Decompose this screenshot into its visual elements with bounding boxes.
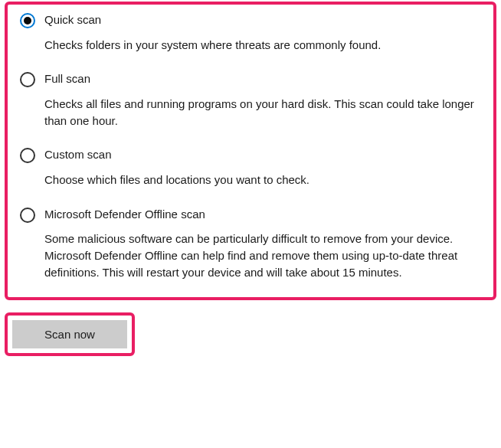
radio-offline-scan[interactable] (20, 208, 35, 223)
option-title-offline: Microsoft Defender Offline scan (44, 207, 481, 222)
option-desc-full: Checks all files and running programs on… (44, 96, 481, 129)
option-title-custom: Custom scan (44, 147, 481, 162)
radio-quick-scan[interactable] (20, 13, 35, 28)
option-desc-quick: Checks folders in your system where thre… (44, 37, 481, 54)
radio-circle-icon (20, 13, 35, 28)
scan-now-button[interactable]: Scan now (12, 320, 127, 348)
radio-custom-scan[interactable] (20, 148, 35, 163)
option-title-quick: Quick scan (44, 12, 481, 28)
option-title-full: Full scan (44, 71, 481, 87)
option-desc-custom: Choose which files and locations you wan… (44, 172, 481, 188)
option-content: Microsoft Defender Offline scan Some mal… (44, 207, 481, 281)
radio-circle-icon (20, 72, 35, 87)
option-quick-scan[interactable]: Quick scan Checks folders in your system… (20, 12, 481, 53)
radio-full-scan[interactable] (20, 72, 35, 87)
option-full-scan[interactable]: Full scan Checks all files and running p… (20, 71, 481, 129)
option-content: Custom scan Choose which files and locat… (44, 147, 481, 188)
radio-circle-icon (20, 208, 35, 223)
radio-circle-icon (20, 148, 35, 163)
scan-now-highlight: Scan now (5, 312, 135, 356)
option-content: Quick scan Checks folders in your system… (44, 12, 481, 53)
option-custom-scan[interactable]: Custom scan Choose which files and locat… (20, 147, 481, 188)
option-content: Full scan Checks all files and running p… (44, 71, 481, 129)
option-offline-scan[interactable]: Microsoft Defender Offline scan Some mal… (20, 207, 481, 281)
scan-options-group: Quick scan Checks folders in your system… (5, 2, 496, 300)
option-desc-offline: Some malicious software can be particula… (44, 231, 481, 280)
